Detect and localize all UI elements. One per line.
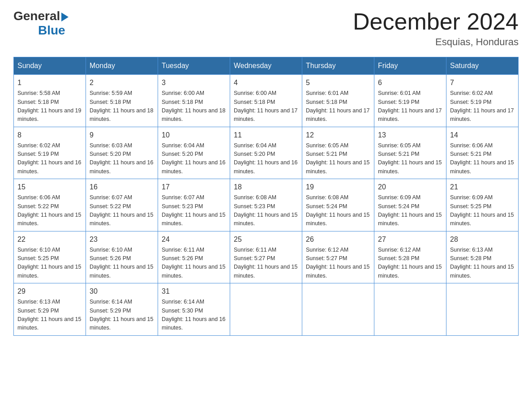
day-info: Sunrise: 6:00 AMSunset: 5:18 PMDaylight:… <box>234 89 298 124</box>
day-number: 6 <box>378 77 442 88</box>
calendar-cell: 13Sunrise: 6:05 AMSunset: 5:21 PMDayligh… <box>374 127 446 179</box>
day-info: Sunrise: 5:58 AMSunset: 5:18 PMDaylight:… <box>17 89 82 124</box>
day-number: 22 <box>17 234 82 245</box>
day-number: 21 <box>450 182 515 193</box>
day-info: Sunrise: 6:05 AMSunset: 5:21 PMDaylight:… <box>378 141 442 176</box>
calendar-cell: 17Sunrise: 6:07 AMSunset: 5:23 PMDayligh… <box>158 179 230 231</box>
day-number: 19 <box>306 182 370 193</box>
day-number: 14 <box>450 130 515 141</box>
calendar-cell <box>302 283 374 336</box>
weekday-header-wednesday: Wednesday <box>230 57 302 75</box>
calendar-cell: 26Sunrise: 6:12 AMSunset: 5:27 PMDayligh… <box>302 231 374 283</box>
calendar-cell: 4Sunrise: 6:00 AMSunset: 5:18 PMDaylight… <box>230 75 302 127</box>
day-info: Sunrise: 6:14 AMSunset: 5:30 PMDaylight:… <box>162 298 226 333</box>
calendar-cell: 11Sunrise: 6:04 AMSunset: 5:20 PMDayligh… <box>230 127 302 179</box>
day-info: Sunrise: 6:00 AMSunset: 5:18 PMDaylight:… <box>162 89 226 124</box>
calendar-cell: 14Sunrise: 6:06 AMSunset: 5:21 PMDayligh… <box>446 127 519 179</box>
day-number: 16 <box>90 182 154 193</box>
calendar-cell: 16Sunrise: 6:07 AMSunset: 5:22 PMDayligh… <box>86 179 158 231</box>
weekday-header-saturday: Saturday <box>446 57 519 75</box>
day-number: 15 <box>17 182 82 193</box>
calendar-cell: 23Sunrise: 6:10 AMSunset: 5:26 PMDayligh… <box>86 231 158 283</box>
calendar-table: SundayMondayTuesdayWednesdayThursdayFrid… <box>13 57 519 336</box>
day-info: Sunrise: 5:59 AMSunset: 5:18 PMDaylight:… <box>90 89 154 124</box>
day-number: 31 <box>162 286 226 297</box>
weekday-header-thursday: Thursday <box>302 57 374 75</box>
day-info: Sunrise: 6:11 AMSunset: 5:27 PMDaylight:… <box>234 246 298 281</box>
day-info: Sunrise: 6:13 AMSunset: 5:28 PMDaylight:… <box>450 246 515 281</box>
weekday-header-tuesday: Tuesday <box>158 57 230 75</box>
weekday-header-sunday: Sunday <box>14 57 86 75</box>
calendar-cell <box>446 283 519 336</box>
calendar-cell: 28Sunrise: 6:13 AMSunset: 5:28 PMDayligh… <box>446 231 519 283</box>
day-info: Sunrise: 6:10 AMSunset: 5:25 PMDaylight:… <box>17 246 82 281</box>
calendar-cell: 7Sunrise: 6:02 AMSunset: 5:19 PMDaylight… <box>446 75 519 127</box>
day-number: 27 <box>378 234 442 245</box>
day-info: Sunrise: 6:04 AMSunset: 5:20 PMDaylight:… <box>162 141 226 176</box>
day-number: 17 <box>162 182 226 193</box>
calendar-cell: 31Sunrise: 6:14 AMSunset: 5:30 PMDayligh… <box>158 283 230 336</box>
calendar-cell: 5Sunrise: 6:01 AMSunset: 5:18 PMDaylight… <box>302 75 374 127</box>
day-info: Sunrise: 6:12 AMSunset: 5:28 PMDaylight:… <box>378 246 442 281</box>
day-info: Sunrise: 6:11 AMSunset: 5:26 PMDaylight:… <box>162 246 226 281</box>
day-info: Sunrise: 6:07 AMSunset: 5:22 PMDaylight:… <box>90 193 154 228</box>
calendar-cell: 18Sunrise: 6:08 AMSunset: 5:23 PMDayligh… <box>230 179 302 231</box>
day-info: Sunrise: 6:01 AMSunset: 5:18 PMDaylight:… <box>306 89 370 124</box>
day-info: Sunrise: 6:05 AMSunset: 5:21 PMDaylight:… <box>306 141 370 176</box>
day-info: Sunrise: 6:04 AMSunset: 5:20 PMDaylight:… <box>234 141 298 176</box>
calendar-cell: 15Sunrise: 6:06 AMSunset: 5:22 PMDayligh… <box>14 179 86 231</box>
day-info: Sunrise: 6:08 AMSunset: 5:24 PMDaylight:… <box>306 193 370 228</box>
weekday-header-friday: Friday <box>374 57 446 75</box>
calendar-cell: 10Sunrise: 6:04 AMSunset: 5:20 PMDayligh… <box>158 127 230 179</box>
logo: General Blue <box>13 9 69 38</box>
day-number: 2 <box>90 77 154 88</box>
calendar-cell: 29Sunrise: 6:13 AMSunset: 5:29 PMDayligh… <box>14 283 86 336</box>
calendar-cell: 19Sunrise: 6:08 AMSunset: 5:24 PMDayligh… <box>302 179 374 231</box>
day-info: Sunrise: 6:10 AMSunset: 5:26 PMDaylight:… <box>90 246 154 281</box>
calendar-cell: 6Sunrise: 6:01 AMSunset: 5:19 PMDaylight… <box>374 75 446 127</box>
day-number: 24 <box>162 234 226 245</box>
day-number: 28 <box>450 234 515 245</box>
day-info: Sunrise: 6:06 AMSunset: 5:22 PMDaylight:… <box>17 193 82 228</box>
day-info: Sunrise: 6:02 AMSunset: 5:19 PMDaylight:… <box>450 89 515 124</box>
calendar-cell <box>230 283 302 336</box>
calendar-cell: 27Sunrise: 6:12 AMSunset: 5:28 PMDayligh… <box>374 231 446 283</box>
logo-arrow-icon <box>61 13 69 21</box>
day-info: Sunrise: 6:06 AMSunset: 5:21 PMDaylight:… <box>450 141 515 176</box>
day-info: Sunrise: 6:12 AMSunset: 5:27 PMDaylight:… <box>306 246 370 281</box>
calendar-cell: 24Sunrise: 6:11 AMSunset: 5:26 PMDayligh… <box>158 231 230 283</box>
calendar-cell: 22Sunrise: 6:10 AMSunset: 5:25 PMDayligh… <box>14 231 86 283</box>
page-header: General Blue December 2024 Esquias, Hond… <box>13 9 519 48</box>
day-number: 12 <box>306 130 370 141</box>
day-number: 29 <box>17 286 82 297</box>
day-number: 10 <box>162 130 226 141</box>
day-number: 3 <box>162 77 226 88</box>
calendar-cell: 12Sunrise: 6:05 AMSunset: 5:21 PMDayligh… <box>302 127 374 179</box>
calendar-cell <box>374 283 446 336</box>
day-info: Sunrise: 6:08 AMSunset: 5:23 PMDaylight:… <box>234 193 298 228</box>
day-number: 18 <box>234 182 298 193</box>
logo-general-text: General <box>13 9 60 23</box>
day-number: 4 <box>234 77 298 88</box>
day-number: 30 <box>90 286 154 297</box>
day-number: 23 <box>90 234 154 245</box>
day-number: 7 <box>450 77 515 88</box>
day-info: Sunrise: 6:03 AMSunset: 5:20 PMDaylight:… <box>90 141 154 176</box>
calendar-cell: 1Sunrise: 5:58 AMSunset: 5:18 PMDaylight… <box>14 75 86 127</box>
day-number: 9 <box>90 130 154 141</box>
day-number: 13 <box>378 130 442 141</box>
month-title: December 2024 <box>353 9 519 34</box>
calendar-cell: 30Sunrise: 6:14 AMSunset: 5:29 PMDayligh… <box>86 283 158 336</box>
day-info: Sunrise: 6:07 AMSunset: 5:23 PMDaylight:… <box>162 193 226 228</box>
day-info: Sunrise: 6:13 AMSunset: 5:29 PMDaylight:… <box>17 298 82 333</box>
day-number: 20 <box>378 182 442 193</box>
calendar-cell: 8Sunrise: 6:02 AMSunset: 5:19 PMDaylight… <box>14 127 86 179</box>
day-info: Sunrise: 6:09 AMSunset: 5:24 PMDaylight:… <box>378 193 442 228</box>
day-info: Sunrise: 6:09 AMSunset: 5:25 PMDaylight:… <box>450 193 515 228</box>
day-number: 8 <box>17 130 82 141</box>
location-subtitle: Esquias, Honduras <box>353 36 519 48</box>
weekday-header-monday: Monday <box>86 57 158 75</box>
day-info: Sunrise: 6:01 AMSunset: 5:19 PMDaylight:… <box>378 89 442 124</box>
calendar-cell: 3Sunrise: 6:00 AMSunset: 5:18 PMDaylight… <box>158 75 230 127</box>
day-info: Sunrise: 6:02 AMSunset: 5:19 PMDaylight:… <box>17 141 82 176</box>
